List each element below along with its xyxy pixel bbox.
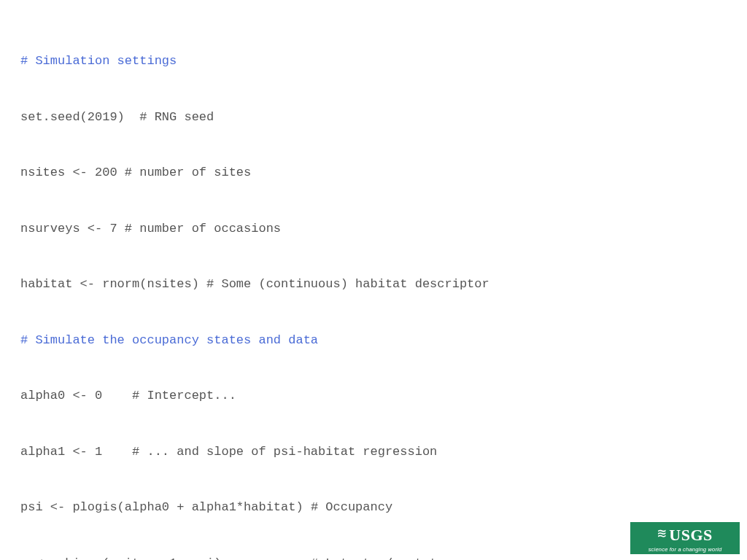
code-text: set.seed(2019) [20,110,139,124]
code-text: psi <- plogis(alpha0 + alpha1*habitat) [20,500,311,514]
code-comment: # number of sites [125,166,251,179]
code-comment: # Occupancy [311,500,392,514]
code-block: # Simulation settings set.seed(2019) # R… [20,15,727,560]
code-comment: # Simulate the occupancy states and data [20,333,318,347]
code-comment: # ... and slope of psi-habitat regressio… [132,445,437,459]
code-comment: # Simulation settings [20,54,177,68]
code-text: z <- rbinom(nsites, 1, psi) [20,556,311,561]
wave-icon: ≋ [657,527,665,542]
code-comment: # Latent p/a states [311,556,452,561]
code-text: nsurveys <- 7 [20,222,125,236]
code-comment: # number of occasions [125,222,281,236]
logo-tagline: science for a changing world [649,545,722,553]
code-text: alpha1 <- 1 [20,445,132,459]
usgs-logo: ≋ USGS science for a changing world [630,522,740,554]
code-text: habitat <- rnorm(nsites) [20,277,206,291]
logo-text: USGS [669,523,712,547]
code-comment: # Intercept... [132,389,236,402]
code-text: alpha0 <- 0 [20,389,132,402]
slide-content: # Simulation settings set.seed(2019) # R… [0,0,747,560]
code-comment: # RNG seed [139,110,214,124]
code-text: nsites <- 200 [20,166,125,179]
code-comment: # Some (continuous) habitat descriptor [206,277,489,291]
